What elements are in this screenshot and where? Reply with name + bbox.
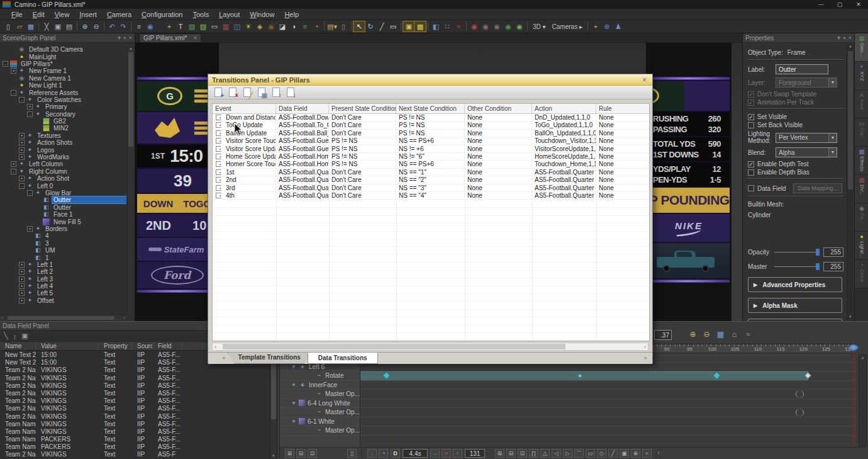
stopwatch-icon[interactable]: ◔	[379, 449, 388, 458]
ghost-track-icon[interactable]: ⊟	[296, 449, 306, 458]
column-header[interactable]: Next State Condition	[396, 104, 465, 113]
flat-curve-icon[interactable]: ▭	[586, 449, 595, 458]
tree-node[interactable]: + Left 4	[0, 283, 126, 290]
menu-item[interactable]: Camera	[102, 10, 136, 19]
linear-curve-icon[interactable]: △	[540, 449, 550, 458]
column-header[interactable]: Present State Condition	[329, 104, 396, 113]
panel-pin-icon[interactable]: ⌖	[123, 35, 126, 42]
camera-next-icon[interactable]: ◉	[491, 21, 503, 31]
tl-zoom-out-icon[interactable]: ⊖	[701, 329, 712, 340]
color-swatch[interactable]: ▭	[387, 21, 399, 31]
copy-transition-icon[interactable]: ▣	[255, 86, 268, 98]
track-name-row[interactable]: ▼ 6-4 Long White	[280, 399, 360, 409]
table-row[interactable]: Team 2 Name VIKINGS Text IIP AS5-F...	[0, 397, 277, 404]
menu-item[interactable]: Layout	[214, 10, 245, 19]
playhead[interactable]	[854, 344, 855, 447]
tree-expander-icon[interactable]: -	[11, 169, 16, 174]
template-checkbox-row[interactable]: Animation Per Track	[748, 99, 843, 106]
tab-scroll-left-icon[interactable]: ◂	[220, 353, 228, 363]
tree-expander-icon[interactable]: +	[19, 298, 25, 303]
scenegraph-hscrollbar[interactable]: ‹›	[0, 314, 126, 320]
tl-curve-editor-icon[interactable]: ≈	[743, 329, 754, 340]
table-row[interactable]: Homer Score Touchd... AS5-Football.Home.…	[213, 161, 649, 168]
tree-expander-icon[interactable]: -	[27, 111, 33, 117]
tree-node[interactable]: + Action Shots	[0, 139, 126, 146]
table-row[interactable]: Visitor Score Update AS5-Football.Guest.…	[213, 145, 649, 153]
collapsible-section-header[interactable]: ▶ Alpha Mask	[748, 298, 842, 313]
template-checkbox-row[interactable]: Don't Swap Template	[748, 91, 843, 98]
slider-track[interactable]	[774, 266, 820, 267]
move-up-icon[interactable]: ↑	[270, 86, 282, 98]
key-tool-1-icon[interactable]: ⊞	[495, 449, 504, 458]
tree-node[interactable]: MIN2	[0, 125, 126, 132]
tree-expander-icon[interactable]: +	[19, 262, 25, 268]
keyframe-diamond[interactable]	[384, 373, 390, 379]
close-button[interactable]: ✕	[849, 0, 868, 9]
track-content-row[interactable]	[360, 390, 857, 399]
track-collapse-icon[interactable]: ▼	[291, 419, 299, 424]
grab-tool-icon[interactable]: ◈	[254, 21, 265, 31]
box-key-icon[interactable]: ▣	[620, 449, 629, 458]
view-3d-menu[interactable]: 3D ▾	[530, 23, 549, 30]
table-row[interactable]: Team Name VIKINGS Text IIP AS5-F...	[0, 428, 277, 435]
table-row[interactable]: Down and Distance U... AS5-Football.Down…	[213, 114, 649, 122]
tree-node[interactable]: + Borders	[0, 225, 126, 232]
dialog-tab[interactable]: Data Transitions	[308, 353, 378, 364]
visibility-checkbox-row[interactable]: Set Back Visible	[748, 122, 843, 128]
transition-enabled-checkbox[interactable]	[216, 185, 221, 191]
tree-expander-icon[interactable]: -	[27, 190, 33, 196]
paste-icon[interactable]: ▤	[64, 21, 75, 31]
side-tab[interactable]: ▭ Clip	[855, 118, 868, 147]
dialog-hscrollbar[interactable]: ‹›	[212, 343, 648, 351]
track-collapse-icon[interactable]: ▼	[291, 382, 299, 388]
table-row[interactable]: Team 2 Name VIKINGS Text IIP AS5-F...	[0, 389, 277, 397]
transition-enabled-checkbox[interactable]	[216, 177, 221, 183]
rect-tool-icon[interactable]: ▭	[209, 21, 220, 31]
checkbox[interactable]	[748, 114, 754, 120]
remove-key-icon[interactable]: ×	[442, 449, 451, 458]
tree-node[interactable]: - Left 0	[0, 182, 126, 189]
track-name-row[interactable]: ▼ Master Op...	[280, 390, 360, 399]
properties-vscrollbar[interactable]: ▴▾	[847, 43, 854, 320]
tree-node[interactable]: + Logos	[0, 146, 126, 153]
tree-expander-icon[interactable]: -	[3, 61, 8, 67]
transition-enabled-checkbox[interactable]	[216, 122, 221, 128]
gizmo-move-icon[interactable]: +	[590, 21, 601, 31]
lighting-method-select[interactable]: Per Vertex▼	[776, 133, 837, 143]
tree-node[interactable]: + WordMarks	[0, 154, 126, 161]
tree-expander-icon[interactable]: +	[19, 276, 25, 282]
ease-in-icon[interactable]: ◁	[552, 449, 561, 458]
cameras-menu[interactable]: Cameras ▸	[549, 23, 586, 30]
table-row[interactable]: Team 2 Name VIKINGS Text IIP AS5-F	[0, 450, 277, 458]
side-tab[interactable]: ◔ Clock	[855, 260, 868, 288]
transition-enabled-checkbox[interactable]	[216, 115, 221, 120]
tree-expander-icon[interactable]: +	[19, 147, 25, 153]
delete-track-icon[interactable]: ▯	[347, 449, 357, 458]
tree-expander-icon[interactable]: +	[19, 154, 25, 160]
cycle-icon[interactable]: ⊕	[631, 449, 640, 458]
side-tab[interactable]: ▥ DV...	[855, 175, 868, 203]
texture-tool-icon[interactable]: ▨	[198, 21, 209, 31]
zoom-in-icon[interactable]: ⊕	[79, 21, 91, 31]
tree-node[interactable]: 1	[0, 254, 126, 261]
camera-add-icon[interactable]: ◉	[265, 21, 277, 31]
column-header[interactable]: Name	[0, 342, 36, 350]
dialog-tab[interactable]: Template Transitions	[228, 353, 311, 364]
panel-close-icon[interactable]: ×	[849, 35, 852, 42]
duration-field[interactable]: 4.4s	[403, 449, 428, 458]
tree-node[interactable]: Default 3D Camera	[0, 46, 126, 53]
tree-node[interactable]: - Glow Bar	[0, 190, 126, 196]
tree-expander-icon[interactable]: +	[11, 68, 16, 74]
tree-expander-icon[interactable]: +	[19, 133, 25, 139]
table-row[interactable]: BallOn Update AS5-Football.Ball_On Don't…	[213, 130, 649, 137]
track-name-row[interactable]: ▼ InnerFace	[280, 381, 360, 390]
column-header[interactable]: Property	[99, 342, 132, 350]
table-row[interactable]: Visitor Score Touchdo... AS5-Football.Gu…	[213, 137, 649, 145]
pose-tool-icon[interactable]: ♟	[613, 21, 624, 31]
tree-expander-icon[interactable]: +	[11, 161, 16, 167]
rotate-tool-icon[interactable]: ↻	[365, 21, 376, 31]
cut-icon[interactable]: ╳	[41, 21, 52, 31]
table-row[interactable]: ToGo Update AS5-Football.To_Go Don't Car…	[213, 122, 649, 129]
document-tab-close-icon[interactable]: ×	[193, 35, 197, 42]
tree-expander-icon[interactable]: -	[11, 90, 16, 96]
